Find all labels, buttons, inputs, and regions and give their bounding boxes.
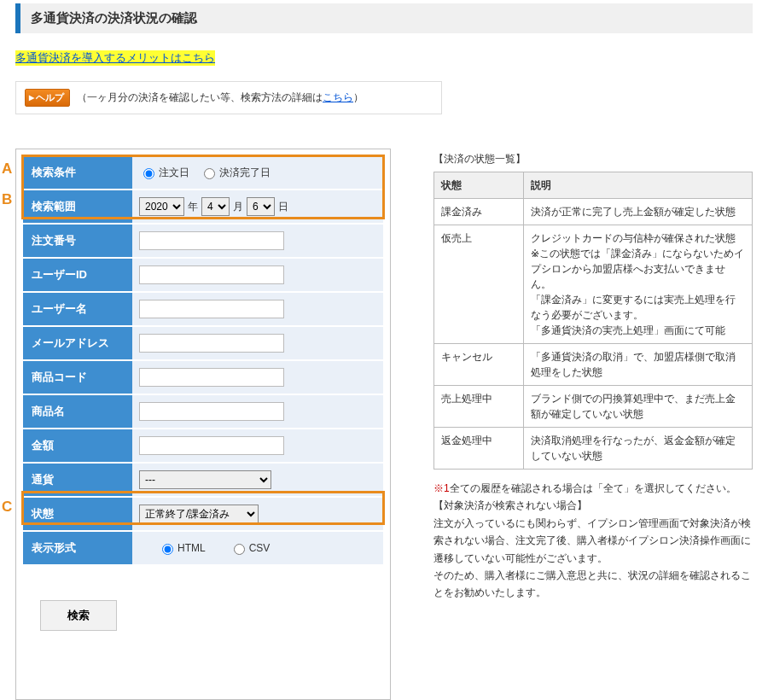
label-uname: ユーザー名	[23, 293, 132, 325]
day-select[interactable]: 6	[247, 197, 275, 216]
label-cond: 検索条件	[23, 156, 132, 189]
pname-input[interactable]	[139, 402, 284, 421]
label-pcode: 商品コード	[23, 361, 132, 394]
radio-order-date[interactable]: 注文日	[139, 166, 189, 180]
row-order: 注文番号	[23, 225, 383, 259]
status-desc: クレジットカードの与信枠が確保された状態 ※この状態では「課金済み」にならないた…	[524, 225, 753, 344]
uid-input[interactable]	[139, 265, 284, 284]
label-range: 検索範囲	[23, 190, 132, 223]
note-4: そのため、購入者様にご購入意思と共に、状況の詳細を確認されることをお勧めいたしま…	[433, 569, 751, 598]
help-link[interactable]: こちら	[323, 91, 353, 103]
table-row: 返金処理中決済取消処理を行なったが、返金金額が確定していない状態	[434, 428, 753, 470]
label-format: 表示形式	[23, 532, 132, 564]
label-currency: 通貨	[23, 464, 132, 496]
year-select[interactable]: 2020	[139, 197, 184, 216]
table-row: キャンセル「多通貨決済の取消」で、加盟店様側で取消処理をした状態	[434, 344, 753, 386]
table-row: 仮売上クレジットカードの与信枠が確保された状態 ※この状態では「課金済み」になら…	[434, 225, 753, 344]
help-row: ヘルプ （一ヶ月分の決済を確認したい等、検索方法の詳細はこちら）	[15, 81, 442, 114]
label-mail: メールアドレス	[23, 327, 132, 359]
status-desc: 決済が正常に完了し売上金額が確定した状態	[524, 199, 753, 225]
status-head-a: 状態	[434, 172, 524, 199]
day-suffix: 日	[278, 200, 288, 214]
promo-link[interactable]: 多通貨決済を導入するメリットはこちら	[15, 50, 215, 66]
row-amount: 金額	[23, 429, 383, 464]
row-cond: 検索条件 注文日 決済完了日	[23, 156, 383, 190]
label-pname: 商品名	[23, 395, 132, 428]
month-select[interactable]: 4	[201, 197, 230, 216]
status-caption: 【決済の状態一覧】	[433, 152, 753, 166]
row-uid: ユーザーID	[23, 259, 383, 293]
page-title: 多通貨決済の決済状況の確認	[15, 3, 753, 33]
help-text: （一ヶ月分の決済を確認したい等、検索方法の詳細はこちら）	[77, 90, 364, 105]
row-currency: 通貨 ---	[23, 464, 383, 498]
note-1-body: 全ての履歴を確認される場合は「全て」を選択してください。	[450, 482, 736, 494]
status-select[interactable]: 正常終了/課金済み	[139, 505, 259, 523]
row-pname: 商品名	[23, 395, 383, 429]
row-uname: ユーザー名	[23, 293, 383, 327]
order-input[interactable]	[139, 231, 284, 250]
year-suffix: 年	[188, 200, 198, 214]
search-button[interactable]: 検索	[40, 600, 117, 631]
mail-input[interactable]	[139, 334, 284, 353]
row-format: 表示形式 HTML CSV	[23, 532, 383, 566]
currency-select[interactable]: ---	[139, 470, 271, 489]
status-desc: 「多通貨決済の取消」で、加盟店様側で取消処理をした状態	[524, 344, 753, 386]
status-desc: 決済取消処理を行なったが、返金金額が確定していない状態	[524, 428, 753, 470]
notes: ※1全ての履歴を確認される場合は「全て」を選択してください。 【対象決済が検索さ…	[433, 480, 753, 602]
pcode-input[interactable]	[139, 368, 284, 387]
status-name: 返金処理中	[434, 428, 524, 470]
note-3: 注文が入っているにも関わらず、イプシロン管理画面で対象決済が検索されない場合、注…	[433, 517, 751, 564]
marker-b: B	[2, 191, 12, 208]
marker-c: C	[2, 499, 12, 516]
month-suffix: 月	[233, 200, 243, 214]
help-text-suffix: ）	[353, 91, 364, 103]
search-form: 検索条件 注文日 決済完了日 検索範囲 2020 年 4 月	[15, 149, 391, 700]
table-row: 売上処理中ブランド側での円換算処理中で、まだ売上金額が確定していない状態	[434, 386, 753, 428]
uname-input[interactable]	[139, 300, 284, 318]
status-name: 売上処理中	[434, 386, 524, 428]
status-name: キャンセル	[434, 344, 524, 386]
row-range: 検索範囲 2020 年 4 月 6 日	[23, 190, 383, 225]
radio-csv[interactable]: CSV	[230, 541, 271, 555]
help-button[interactable]: ヘルプ	[25, 89, 70, 107]
label-amount: 金額	[23, 429, 132, 462]
label-status: 状態	[23, 498, 132, 530]
row-status: 状態 正常終了/課金済み	[23, 498, 383, 532]
radio-html[interactable]: HTML	[158, 541, 206, 555]
status-table: 状態 説明 課金済み決済が正常に完了し売上金額が確定した状態 仮売上クレジットカ…	[433, 172, 753, 470]
status-head-b: 説明	[524, 172, 753, 199]
status-name: 課金済み	[434, 199, 524, 225]
row-pcode: 商品コード	[23, 361, 383, 395]
status-name: 仮売上	[434, 225, 524, 344]
label-uid: ユーザーID	[23, 259, 132, 291]
table-row: 課金済み決済が正常に完了し売上金額が確定した状態	[434, 199, 753, 225]
marker-a: A	[2, 160, 12, 178]
help-text-prefix: （一ヶ月分の決済を確認したい等、検索方法の詳細は	[77, 91, 323, 103]
radio-settle-date[interactable]: 決済完了日	[200, 166, 271, 180]
status-desc: ブランド側での円換算処理中で、まだ売上金額が確定していない状態	[524, 386, 753, 428]
amount-input[interactable]	[139, 436, 284, 455]
label-order: 注文番号	[23, 225, 132, 257]
note-1-prefix: ※1	[433, 482, 450, 494]
note-2: 【対象決済が検索されない場合】	[433, 499, 587, 511]
row-mail: メールアドレス	[23, 327, 383, 361]
